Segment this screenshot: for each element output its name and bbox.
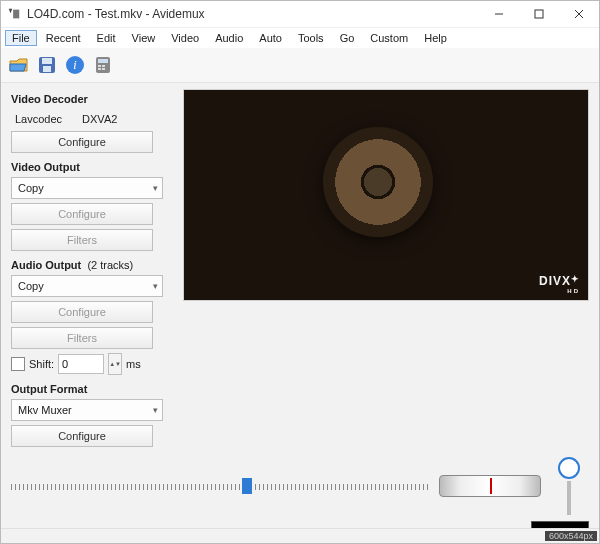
menubar: File Recent Edit View Video Audio Auto T… (1, 28, 599, 48)
chevron-down-icon: ▾ (153, 405, 158, 415)
svg-rect-8 (43, 66, 51, 72)
decoder-configure-button[interactable]: Configure (11, 131, 153, 153)
shift-label: Shift: (29, 358, 54, 370)
shift-checkbox[interactable] (11, 357, 25, 371)
svg-rect-15 (98, 68, 101, 70)
app-window: LO4D.com - Test.mkv - Avidemux File Rece… (0, 0, 600, 544)
audio-output-select[interactable]: Copy ▾ (11, 275, 163, 297)
close-button[interactable] (559, 1, 599, 27)
output-format-value: Mkv Muxer (18, 404, 72, 416)
audio-output-value: Copy (18, 280, 44, 292)
menu-view[interactable]: View (125, 30, 163, 46)
audio-shift-row: Shift: 0 ▲▼ ms (11, 353, 171, 375)
svg-rect-13 (98, 65, 101, 67)
video-output-select[interactable]: Copy ▾ (11, 177, 163, 199)
open-button[interactable] (7, 53, 31, 77)
info-button[interactable]: i (63, 53, 87, 77)
menu-recent[interactable]: Recent (39, 30, 88, 46)
timeline-row (11, 457, 589, 515)
minimize-button[interactable] (479, 1, 519, 27)
audio-output-heading: Audio Output (2 tracks) (11, 259, 171, 271)
shift-value-input[interactable]: 0 (58, 354, 104, 374)
menu-tools[interactable]: Tools (291, 30, 331, 46)
volume-slider[interactable] (549, 457, 589, 515)
seek-ticks (11, 484, 431, 490)
menu-custom[interactable]: Custom (363, 30, 415, 46)
svg-text:i: i (73, 58, 76, 72)
app-icon (7, 7, 21, 21)
volume-rail (567, 481, 571, 515)
svg-rect-7 (42, 58, 52, 64)
audio-tracks-count: (2 tracks) (87, 259, 133, 271)
menu-file[interactable]: File (5, 30, 37, 46)
video-output-configure-button[interactable]: Configure (11, 203, 153, 225)
output-format-heading: Output Format (11, 383, 171, 395)
svg-rect-12 (98, 59, 108, 63)
maximize-button[interactable] (519, 1, 559, 27)
volume-knob-icon[interactable] (558, 457, 580, 479)
menu-help[interactable]: Help (417, 30, 454, 46)
output-format-configure-button[interactable]: Configure (11, 425, 153, 447)
thumbnail-preview (531, 521, 589, 528)
seek-handle[interactable] (242, 478, 252, 494)
video-content-placeholder (323, 127, 433, 237)
divx-watermark: DIVX✦ HD (539, 274, 580, 294)
svg-rect-16 (102, 68, 105, 70)
video-output-value: Copy (18, 182, 44, 194)
svg-rect-14 (102, 65, 105, 67)
shift-unit: ms (126, 358, 141, 370)
chevron-down-icon: ▾ (153, 281, 158, 291)
video-decoder-heading: Video Decoder (11, 93, 171, 105)
menu-go[interactable]: Go (333, 30, 362, 46)
audio-output-configure-button[interactable]: Configure (11, 301, 153, 323)
audio-output-filters-button[interactable]: Filters (11, 327, 153, 349)
codec-label: Lavcodec (15, 113, 62, 125)
svg-rect-3 (535, 10, 543, 18)
toolbar: i (1, 48, 599, 83)
menu-video[interactable]: Video (164, 30, 206, 46)
chevron-down-icon: ▾ (153, 183, 158, 193)
left-panel: Video Decoder Lavcodec DXVA2 Configure V… (11, 89, 171, 447)
window-title: LO4D.com - Test.mkv - Avidemux (27, 7, 479, 21)
save-button[interactable] (35, 53, 59, 77)
transport-bar: ▶ ◀ ▶ « » A B ⏮ ⏭ ⏪ ⏩ ◀ ▶ A:00:00:00.000… (11, 521, 589, 528)
menu-audio[interactable]: Audio (208, 30, 250, 46)
body: LO4D.com Video Decoder Lavcodec DXVA2 Co… (1, 83, 599, 528)
codec-value: DXVA2 (82, 113, 117, 125)
seek-track[interactable] (11, 476, 431, 496)
shift-spinner[interactable]: ▲▼ (108, 353, 122, 375)
svg-marker-0 (9, 9, 13, 13)
output-format-select[interactable]: Mkv Muxer ▾ (11, 399, 163, 421)
jog-wheel[interactable] (439, 475, 541, 497)
size-indicator: 600x544px (545, 531, 597, 541)
video-preview: DIVX✦ HD (183, 89, 589, 301)
statusbar: 600x544px (1, 528, 599, 543)
titlebar: LO4D.com - Test.mkv - Avidemux (1, 1, 599, 28)
calculator-button[interactable] (91, 53, 115, 77)
svg-rect-1 (13, 10, 19, 19)
menu-auto[interactable]: Auto (252, 30, 289, 46)
video-output-heading: Video Output (11, 161, 171, 173)
video-output-filters-button[interactable]: Filters (11, 229, 153, 251)
menu-edit[interactable]: Edit (90, 30, 123, 46)
